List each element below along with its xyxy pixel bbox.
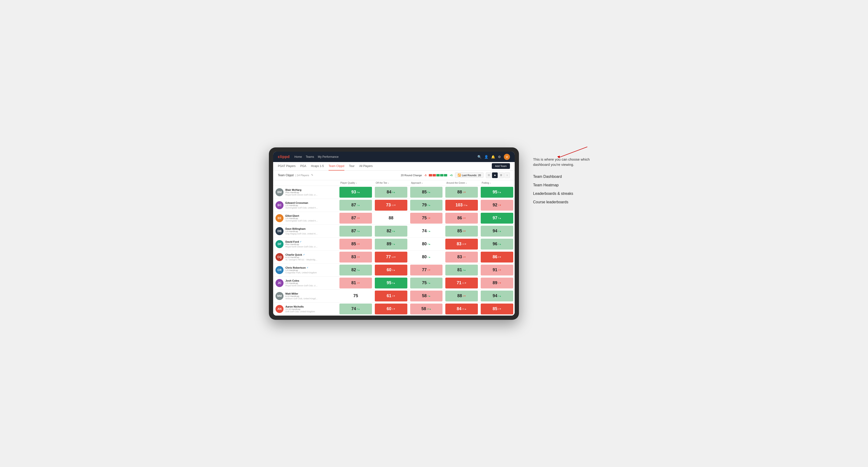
subnav: PGAT Players PGA Hcaps 1-5 Team Clippd T… bbox=[273, 162, 515, 170]
stat-change: 11▼ bbox=[392, 204, 396, 206]
tab-pga[interactable]: PGA bbox=[300, 162, 306, 170]
table-row[interactable]: BM Blair McHarg Plus Handicap Royal Nort… bbox=[273, 186, 515, 198]
stat-box: 87 1▲ bbox=[339, 200, 372, 211]
player-cell-0: BM Blair McHarg Plus Handicap Royal Nort… bbox=[273, 186, 338, 198]
stat-cell-6-3: 81 4▲ bbox=[444, 263, 479, 276]
stat-change: 6▲ bbox=[392, 191, 395, 193]
table-row[interactable]: JC Josh Coles 1-5 Handicap Royal North D… bbox=[273, 276, 515, 289]
table-row[interactable]: EE Elliot Ebert 1-5 Handicap Sunningdale… bbox=[273, 212, 515, 224]
player-cell-5: CQ Charlie Quick ✓ 6-10 Handicap St. Geo… bbox=[273, 250, 338, 263]
table-row[interactable]: DF David Ford ✓ Plus Handicap Royal Nort… bbox=[273, 238, 515, 250]
player-avatar: AN bbox=[276, 305, 283, 313]
person-icon[interactable]: 👤 bbox=[484, 155, 488, 159]
stat-change: 8▼ bbox=[498, 256, 501, 258]
stat-change: 7▲ bbox=[392, 243, 395, 245]
stat-cell-1-0: 87 1▲ bbox=[338, 198, 373, 212]
stat-cell-2-4: 97 5▲ bbox=[479, 212, 515, 224]
stat-change: 1▲ bbox=[427, 256, 431, 258]
add-team-button[interactable]: Add Team bbox=[492, 163, 510, 169]
stat-box: 81 3▼ bbox=[339, 278, 372, 288]
bell-icon[interactable]: 🔔 bbox=[491, 155, 495, 159]
table-row[interactable]: CR Chris Robertson ✓ 1-5 Handicap Craigm… bbox=[273, 263, 515, 276]
stat-box: 58 4▲ bbox=[410, 290, 443, 302]
stat-box: 81 4▲ bbox=[445, 264, 478, 276]
table-row[interactable]: MM Matt Miller 6-10 Handicap Woburn Golf… bbox=[273, 289, 515, 302]
stat-cell-5-0: 83 3▼ bbox=[338, 250, 373, 263]
stat-box: 74 8▲ bbox=[339, 304, 372, 314]
stat-value: 80 bbox=[422, 254, 427, 259]
last-rounds-button[interactable]: 🔁 Last Rounds: 20 bbox=[455, 173, 484, 178]
player-club: Drift Golf Club, United Kingdom bbox=[285, 310, 315, 313]
stat-value: 58 bbox=[422, 293, 427, 299]
tab-tour[interactable]: Tour bbox=[349, 162, 354, 170]
stat-cell-9-1: 60 1▼ bbox=[373, 302, 409, 315]
player-handicap: 6-10 Handicap bbox=[285, 256, 318, 258]
stat-change: 1▲ bbox=[427, 230, 431, 232]
annotation-arrow-icon bbox=[550, 145, 597, 159]
stat-cell-0-1: 84 6▲ bbox=[373, 186, 409, 198]
player-club: Royal North Devon Golf Club, United King… bbox=[285, 284, 318, 287]
player-name: David Ford ✓ bbox=[285, 240, 318, 243]
stat-box: 82 4▲ bbox=[375, 226, 407, 237]
settings-icon[interactable]: ⚙ bbox=[498, 155, 501, 159]
search-icon[interactable]: 🔍 bbox=[477, 155, 482, 159]
tab-team-clippd[interactable]: Team Clippd bbox=[329, 162, 344, 170]
nav-home[interactable]: Home bbox=[294, 154, 302, 159]
annotation-item-3: Leaderboards & streaks bbox=[533, 191, 599, 196]
stat-change: 6▼ bbox=[463, 256, 466, 258]
nav-my-performance[interactable]: My Performance bbox=[318, 154, 338, 159]
stat-cell-2-1: 88 bbox=[373, 212, 409, 224]
change-pos: +5 bbox=[450, 174, 453, 177]
stat-cell-3-1: 82 4▲ bbox=[373, 224, 409, 238]
view-grid-btn[interactable]: ☷ bbox=[486, 173, 492, 178]
stat-value: 85 bbox=[493, 306, 497, 311]
col-header-around-green[interactable]: Around the Green ↓ bbox=[444, 180, 479, 186]
stat-box: 91 3▼ bbox=[481, 264, 513, 276]
table-row[interactable]: DB Dave Billingham 1-5 Handicap Gog Mago… bbox=[273, 224, 515, 238]
tab-hcaps[interactable]: Hcaps 1-5 bbox=[311, 162, 324, 170]
player-cell-2: EE Elliot Ebert 1-5 Handicap Sunningdale… bbox=[273, 212, 338, 224]
stat-value: 75 bbox=[422, 216, 427, 220]
table-row[interactable]: EC Edward Crossman 1-5 Handicap Sunningd… bbox=[273, 198, 515, 212]
stat-box: 60 1▼ bbox=[375, 304, 407, 314]
stat-cell-7-1: 95 8▲ bbox=[373, 276, 409, 289]
col-header-putting[interactable]: Putting ↓ bbox=[479, 180, 515, 186]
player-info: Aaron Nicholls 11-15 Handicap Drift Golf… bbox=[285, 305, 315, 313]
player-info: Blair McHarg Plus Handicap Royal North D… bbox=[285, 188, 318, 196]
player-cell-7: JC Josh Coles 1-5 Handicap Royal North D… bbox=[273, 276, 338, 289]
stat-value: 60 bbox=[386, 306, 391, 311]
tab-all-players[interactable]: All Players bbox=[359, 162, 373, 170]
nav-teams[interactable]: Teams bbox=[306, 154, 314, 159]
stat-change: 21▲ bbox=[462, 308, 467, 310]
stat-box: 85 3▼ bbox=[339, 239, 372, 250]
user-avatar[interactable]: U bbox=[504, 154, 510, 160]
player-club: Woburn Golf Club, United Kingdom bbox=[285, 298, 318, 300]
table-row[interactable]: CQ Charlie Quick ✓ 6-10 Handicap St. Geo… bbox=[273, 250, 515, 263]
stat-box: 83 10▼ bbox=[445, 239, 478, 250]
stat-cell-5-1: 77 14▼ bbox=[373, 250, 409, 263]
stat-cell-9-2: 58 10▲ bbox=[409, 302, 444, 315]
player-name: Elliot Ebert bbox=[285, 214, 318, 217]
col-header-approach[interactable]: Approach ↓ bbox=[409, 180, 444, 186]
stat-box: 88 bbox=[375, 213, 407, 224]
stat-value: 79 bbox=[422, 203, 427, 208]
last-rounds-label: Last Rounds: bbox=[462, 174, 477, 177]
table-row[interactable]: AN Aaron Nicholls 11-15 Handicap Drift G… bbox=[273, 302, 515, 315]
stat-cell-2-3: 86 6▼ bbox=[444, 212, 479, 224]
stat-cell-0-2: 85 8▲ bbox=[409, 186, 444, 198]
player-info: Josh Coles 1-5 Handicap Royal North Devo… bbox=[285, 279, 318, 287]
stat-box: 60 2▲ bbox=[375, 264, 407, 276]
stat-value: 86 bbox=[457, 216, 462, 220]
stat-cell-8-0: 75 bbox=[338, 289, 373, 302]
tab-pgat-players[interactable]: PGAT Players bbox=[278, 162, 296, 170]
stat-value: 71 bbox=[457, 280, 461, 285]
edit-icon[interactable]: ✎ bbox=[311, 174, 313, 177]
view-expand-btn[interactable]: ↕ bbox=[504, 173, 510, 178]
view-heatmap-btn[interactable]: ■ bbox=[492, 173, 498, 178]
view-list-btn[interactable]: ☰ bbox=[498, 173, 504, 178]
stat-value: 91 bbox=[493, 268, 497, 272]
col-header-player-quality[interactable]: Player Quality ↓ bbox=[338, 180, 373, 186]
col-header-off-tee[interactable]: Off the Tee ↓ bbox=[373, 180, 409, 186]
player-handicap: 1-5 Handicap bbox=[285, 269, 317, 272]
stat-cell-1-1: 73 11▼ bbox=[373, 198, 409, 212]
